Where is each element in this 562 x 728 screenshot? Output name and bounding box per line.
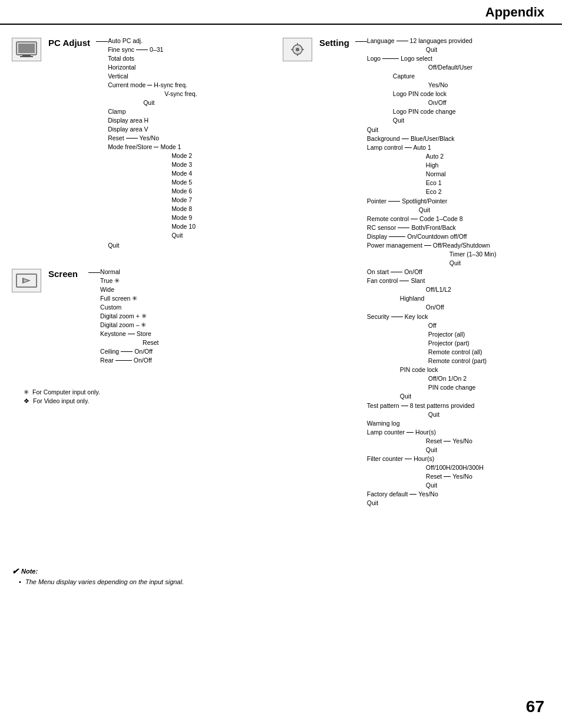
footer-notes: ✳ For Computer input only. ❖ For Video i… — [12, 388, 283, 404]
right-column: Setting Language 12 languages provided Q… — [283, 37, 550, 525]
page-header: Appendix — [0, 0, 562, 25]
svg-rect-3 — [20, 56, 33, 57]
note-text: • The Menu display varies depending on t… — [19, 578, 550, 585]
page-number: 67 — [526, 697, 544, 716]
note-label: Note: — [21, 568, 38, 575]
main-content: PC Adjust Auto PC adj. Fine sync 0–31 To… — [0, 31, 562, 531]
pc-adjust-section: PC Adjust Auto PC adj. Fine sync 0–31 To… — [12, 37, 283, 250]
setting-section: Setting Language 12 languages provided Q… — [283, 37, 550, 508]
screen-icon — [12, 269, 41, 292]
pc-adjust-label: PC Adjust — [48, 37, 90, 48]
setting-content: Setting Language 12 languages provided Q… — [319, 37, 496, 508]
screen-label: Screen — [48, 268, 78, 279]
svg-rect-2 — [22, 55, 31, 56]
page-title: Appendix — [485, 5, 544, 20]
setting-icon — [283, 38, 312, 61]
setting-label: Setting — [319, 37, 349, 48]
screen-section: Screen Normal True ✳ Wide Full screen ✳ … — [12, 268, 283, 365]
screen-tree: Normal True ✳ Wide Full screen ✳ Custom … — [100, 268, 158, 365]
left-column: PC Adjust Auto PC adj. Fine sync 0–31 To… — [12, 37, 283, 525]
checkmark-icon: ✔ — [12, 566, 19, 576]
pc-adjust-tree: Auto PC adj. Fine sync 0–31 Total dots H… — [108, 37, 197, 250]
pc-adjust-content: PC Adjust Auto PC adj. Fine sync 0–31 To… — [48, 37, 197, 250]
svg-point-8 — [296, 48, 299, 51]
footnote-star: ✳ For Computer input only. — [24, 388, 283, 396]
setting-tree: Language 12 languages provided Quit Logo… — [367, 37, 497, 508]
note-header: ✔ Note: — [12, 566, 550, 576]
footnote-diamond: ❖ For Video input only. — [24, 397, 283, 404]
notes-section: ✔ Note: • The Menu display varies depend… — [0, 566, 562, 585]
note-body: The Menu display varies depending on the… — [25, 578, 184, 585]
screen-content: Screen Normal True ✳ Wide Full screen ✳ … — [48, 268, 158, 365]
svg-rect-1 — [18, 44, 35, 53]
pc-adjust-icon — [12, 38, 41, 61]
